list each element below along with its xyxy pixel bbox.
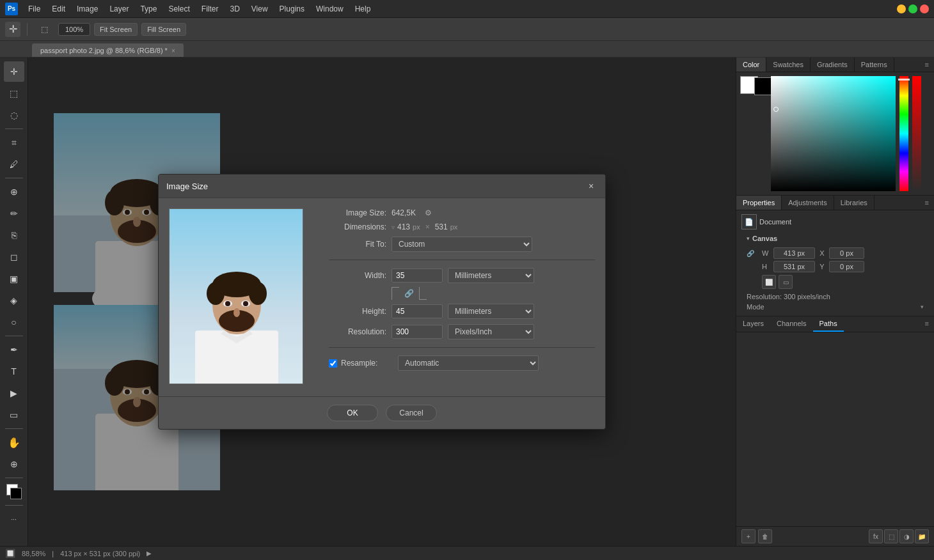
menu-filter[interactable]: Filter xyxy=(196,3,224,15)
tab-close-button[interactable]: × xyxy=(171,47,175,54)
tab-adjustments[interactable]: Adjustments xyxy=(782,196,834,210)
hue-indicator xyxy=(898,79,910,81)
layers-panel-menu-icon[interactable]: ≡ xyxy=(920,316,934,332)
foreground-color-swatch[interactable] xyxy=(4,481,24,502)
type-tool[interactable]: T xyxy=(4,361,24,382)
cancel-button[interactable]: Cancel xyxy=(386,405,437,421)
lasso-tool[interactable]: ◌ xyxy=(4,105,24,125)
menu-layer[interactable]: Layer xyxy=(104,3,134,15)
resample-checkbox[interactable] xyxy=(329,359,337,368)
menu-file[interactable]: File xyxy=(23,3,45,15)
layer-mask-button[interactable]: ⬚ xyxy=(884,529,898,543)
canvas-section-header[interactable]: ▾ Canvas xyxy=(741,232,929,245)
canvas-y-input[interactable] xyxy=(829,261,864,272)
menu-help[interactable]: Help xyxy=(350,3,376,15)
resample-select[interactable]: Automatic xyxy=(398,355,539,371)
layer-effects-button[interactable]: fx xyxy=(869,529,883,543)
dim-width: 413 xyxy=(397,222,410,231)
dimensions-toggle-icon[interactable]: ▿ xyxy=(392,224,395,231)
width-input[interactable] xyxy=(392,268,443,283)
dialog-titlebar: Image Size × xyxy=(159,175,605,198)
canvas-landscape-button[interactable]: ▭ xyxy=(779,275,793,289)
move-tool-icon[interactable]: ✛ xyxy=(5,22,20,37)
status-chevron-icon[interactable]: ▶ xyxy=(146,550,152,557)
eyedropper-tool[interactable]: 🖊 xyxy=(4,154,24,175)
canvas-width-input[interactable] xyxy=(773,247,815,259)
canvas-h-label: H xyxy=(762,263,771,270)
mode-chevron-icon[interactable]: ▾ xyxy=(921,304,924,310)
height-input[interactable] xyxy=(392,304,443,318)
layers-panel: Layers Channels Paths ≡ + 🗑 fx ⬚ ◑ 📁 xyxy=(736,316,934,546)
hand-tool[interactable]: ✋ xyxy=(4,432,24,453)
menu-select[interactable]: Select xyxy=(163,3,194,15)
resolution-input[interactable] xyxy=(392,325,443,339)
eraser-tool[interactable]: ◻ xyxy=(4,247,24,267)
pen-tool[interactable]: ✒ xyxy=(4,339,24,360)
background-swatch[interactable] xyxy=(754,77,772,95)
canvas-portrait-button[interactable]: ⬜ xyxy=(762,275,776,289)
add-layer-button[interactable]: + xyxy=(741,529,756,543)
tab-libraries[interactable]: Libraries xyxy=(834,196,875,210)
hue-slider[interactable] xyxy=(899,76,908,191)
selection-tool[interactable]: ⬚ xyxy=(4,83,24,104)
shape-tool[interactable]: ▭ xyxy=(4,405,24,425)
menu-plugins[interactable]: Plugins xyxy=(274,3,310,15)
height-unit-select[interactable]: Millimeters xyxy=(448,304,534,319)
document-tab[interactable]: passport photo 2.jpg @ 88,6% (RGB/8) * × xyxy=(32,43,184,57)
tab-channels[interactable]: Channels xyxy=(770,316,812,332)
color-gradient-picker[interactable] xyxy=(771,76,896,191)
fit-to-select[interactable]: Custom xyxy=(392,237,532,252)
minimize-button[interactable] xyxy=(897,4,906,13)
tab-color[interactable]: Color xyxy=(736,58,766,72)
delete-layer-button[interactable]: 🗑 xyxy=(758,529,772,543)
zoom-tool[interactable]: ⊕ xyxy=(4,454,24,474)
canvas-link-icon[interactable]: 🔗 xyxy=(747,250,759,257)
dialog-close-button[interactable]: × xyxy=(585,180,598,192)
color-panel-menu-icon[interactable]: ≡ xyxy=(920,58,934,72)
menu-window[interactable]: Window xyxy=(311,3,349,15)
width-unit-select[interactable]: Millimeters xyxy=(448,268,534,283)
resolution-unit-select[interactable]: Pixels/Inch xyxy=(448,324,534,339)
color-panel-tabs: Color Swatches Gradients Patterns ≡ xyxy=(736,58,934,72)
tab-title: passport photo 2.jpg @ 88,6% (RGB/8) * xyxy=(40,47,168,54)
menu-edit[interactable]: Edit xyxy=(47,3,70,15)
menu-type[interactable]: Type xyxy=(135,3,162,15)
menu-image[interactable]: Image xyxy=(72,3,103,15)
tab-patterns[interactable]: Patterns xyxy=(855,58,894,72)
crop-tool[interactable]: ⌗ xyxy=(4,132,24,153)
zoom-input[interactable]: 100% xyxy=(58,23,90,36)
adjustment-layer-button[interactable]: ◑ xyxy=(899,529,914,543)
path-select-tool[interactable]: ▶ xyxy=(4,383,24,403)
move-tool[interactable]: ✛ xyxy=(4,61,24,82)
blur-tool[interactable]: ◈ xyxy=(4,290,24,311)
dodge-tool[interactable]: ○ xyxy=(4,312,24,332)
properties-panel-menu-icon[interactable]: ≡ xyxy=(920,196,934,210)
app-icon: Ps xyxy=(5,3,18,15)
fill-screen-button[interactable]: Fill Screen xyxy=(141,23,186,36)
width-row: Width: Millimeters xyxy=(329,268,595,283)
stamp-tool[interactable]: ⎘ xyxy=(4,225,24,245)
menu-view[interactable]: View xyxy=(246,3,273,15)
heal-tool[interactable]: ⊕ xyxy=(4,182,24,202)
resample-spacer: Resample: xyxy=(329,359,393,368)
close-button[interactable] xyxy=(920,4,929,13)
canvas-x-input[interactable] xyxy=(829,247,864,259)
tab-swatches[interactable]: Swatches xyxy=(766,58,811,72)
fit-screen-button[interactable]: Fit Screen xyxy=(94,23,138,36)
extra-tools[interactable]: ··· xyxy=(4,509,24,529)
tab-gradients[interactable]: Gradients xyxy=(811,58,855,72)
brush-tool[interactable]: ✏ xyxy=(4,203,24,224)
settings-gear-icon[interactable]: ⚙ xyxy=(425,208,432,217)
tab-properties[interactable]: Properties xyxy=(736,196,782,210)
group-layer-button[interactable]: 📁 xyxy=(915,529,929,543)
menu-3d[interactable]: 3D xyxy=(225,3,244,15)
maximize-button[interactable] xyxy=(908,4,917,13)
frame-tool-icon[interactable]: ⬚ xyxy=(34,19,54,40)
gradient-tool[interactable]: ▣ xyxy=(4,268,24,289)
tab-layers[interactable]: Layers xyxy=(736,316,770,332)
link-chain-icon[interactable]: 🔗 xyxy=(404,289,414,298)
canvas-height-input[interactable] xyxy=(773,261,815,272)
alpha-slider[interactable] xyxy=(912,76,921,191)
ok-button[interactable]: OK xyxy=(327,405,378,421)
tab-paths[interactable]: Paths xyxy=(813,316,844,332)
